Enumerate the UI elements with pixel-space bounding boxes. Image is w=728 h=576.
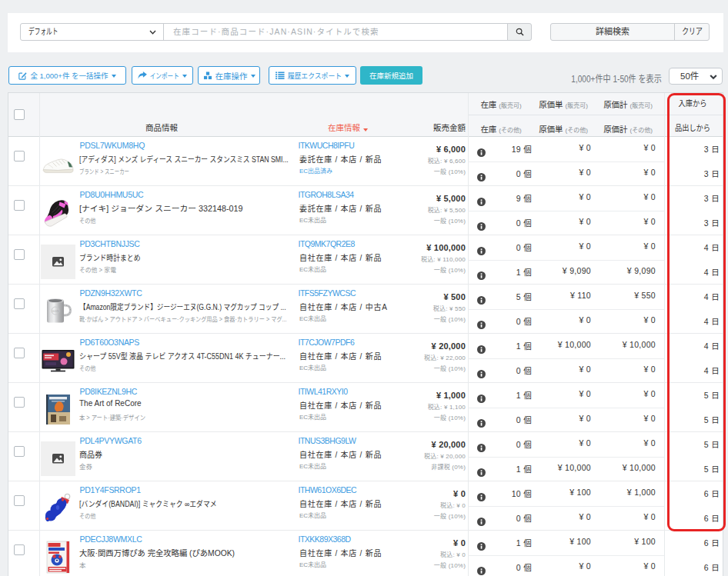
svg-text:GGN: GGN (52, 309, 58, 313)
